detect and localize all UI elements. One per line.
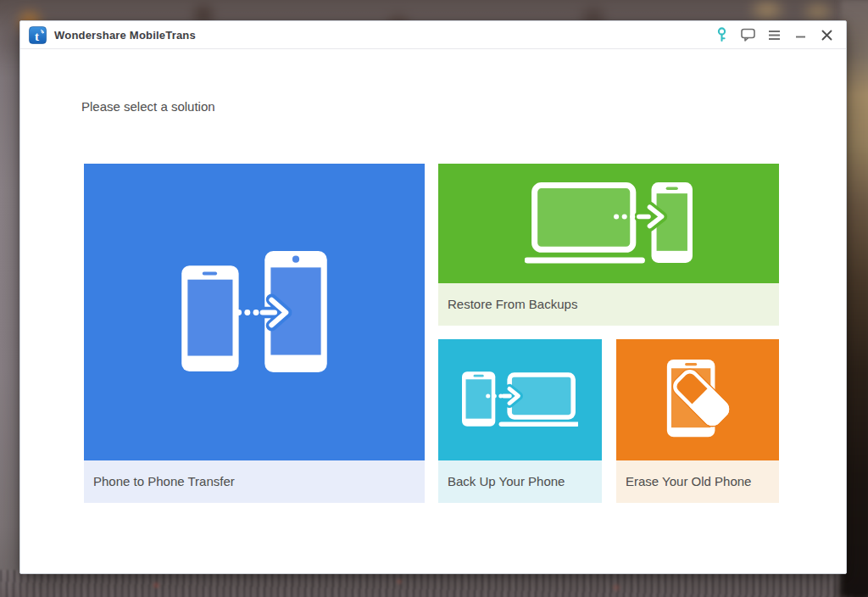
phone-eraser-icon-svg (660, 360, 735, 441)
register-key-icon[interactable] (714, 27, 729, 42)
phone-to-computer-icon-svg (462, 371, 578, 428)
tile-phone-to-phone-transfer[interactable]: Phone to Phone Transfer (84, 164, 425, 503)
tile-erase-your-old-phone[interactable]: Erase Your Old Phone (616, 339, 779, 503)
phone-to-computer-icon (438, 339, 602, 460)
phone-to-phone-icon (84, 164, 425, 460)
tile-label: Erase Your Old Phone (616, 460, 779, 503)
app-window: t Wondershare MobileTrans (19, 20, 847, 574)
tile-label: Back Up Your Phone (438, 460, 602, 503)
computer-to-phone-icon-svg (525, 182, 693, 265)
computer-to-phone-icon (438, 164, 779, 283)
tile-label: Restore From Backups (438, 283, 779, 326)
phone-to-phone-icon-svg (181, 251, 327, 374)
tile-back-up-your-phone[interactable]: Back Up Your Phone (438, 339, 602, 503)
app-logo-icon: t (29, 25, 47, 44)
phone-eraser-icon (616, 339, 779, 460)
tile-label: Phone to Phone Transfer (84, 460, 425, 503)
close-icon[interactable] (819, 27, 834, 42)
tile-restore-from-backups[interactable]: Restore From Backups (438, 164, 779, 326)
feedback-bubble-icon[interactable] (740, 27, 755, 42)
titlebar-buttons (714, 27, 837, 42)
page-title: Please select a solution (81, 99, 215, 114)
menu-icon[interactable] (766, 27, 782, 42)
svg-text:t: t (35, 30, 39, 43)
minimize-icon[interactable] (793, 27, 808, 42)
app-title: Wondershare MobileTrans (54, 29, 196, 42)
titlebar[interactable]: t Wondershare MobileTrans (20, 21, 846, 49)
